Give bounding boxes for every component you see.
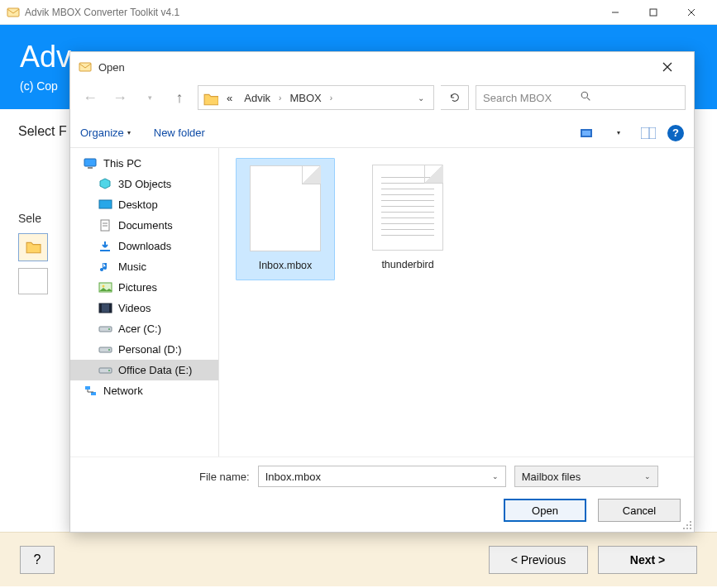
svg-rect-15	[100, 250, 110, 251]
svg-rect-10	[88, 167, 93, 169]
drive-icon	[98, 364, 113, 377]
chevron-right-icon: ›	[279, 93, 281, 103]
svg-point-30	[686, 524, 688, 526]
dialog-nav-toolbar: ← → ▾ ↑ « Advik › MBOX › ⌄ Search MBOX	[70, 82, 694, 118]
dialog-titlebar: Open	[70, 52, 694, 82]
svg-point-31	[690, 524, 691, 526]
dialog-title: Open	[98, 61, 649, 74]
svg-point-26	[108, 370, 110, 371]
close-button[interactable]	[672, 0, 710, 25]
view-dropdown[interactable]: ▾	[608, 124, 629, 142]
view-mode-button[interactable]	[578, 124, 600, 142]
svg-point-24	[108, 349, 110, 351]
svg-rect-19	[99, 304, 102, 313]
docs-icon	[98, 219, 113, 232]
nav-recent-dropdown[interactable]: ▾	[138, 86, 161, 109]
music-icon	[98, 261, 113, 274]
tree-item-3d-objects[interactable]: 3D Objects	[70, 174, 218, 194]
tree-item-videos[interactable]: Videos	[70, 298, 218, 318]
previous-button[interactable]: < Previous	[489, 546, 588, 574]
pc-icon	[84, 157, 98, 170]
videos-icon	[98, 302, 113, 315]
new-folder-button[interactable]: New folder	[154, 127, 205, 139]
dialog-icon	[79, 60, 92, 74]
help-button[interactable]: ?	[20, 546, 55, 574]
tree-item-office-data-e[interactable]: Office Data (E:)	[70, 360, 218, 380]
refresh-button[interactable]	[441, 85, 469, 110]
open-file-dialog: Open ← → ▾ ↑ « Advik › MBOX › ⌄ Search M…	[69, 51, 695, 533]
file-item-inbox-mbox[interactable]: Inbox.mbox	[236, 158, 335, 280]
drive-icon	[98, 323, 113, 336]
file-name: Inbox.mbox	[240, 260, 331, 271]
minimize-button[interactable]	[596, 0, 634, 25]
cancel-button[interactable]: Cancel	[598, 499, 681, 522]
dialog-content: This PC3D ObjectsDesktopDocumentsDownloa…	[70, 148, 694, 457]
tree-item-music[interactable]: Music	[70, 256, 218, 277]
svg-point-3	[581, 92, 587, 98]
open-button[interactable]: Open	[504, 499, 586, 522]
app-icon	[7, 6, 20, 19]
svg-point-17	[103, 284, 105, 287]
address-bar[interactable]: « Advik › MBOX › ⌄	[198, 85, 434, 110]
nav-back-button[interactable]: ←	[79, 86, 102, 109]
pictures-icon	[98, 281, 113, 294]
file-thumbnail	[250, 165, 321, 251]
svg-point-32	[683, 528, 685, 529]
svg-rect-6	[582, 131, 590, 136]
tree-item-documents[interactable]: Documents	[70, 215, 218, 236]
tree-item-downloads[interactable]: Downloads	[70, 236, 218, 256]
maximize-button[interactable]	[634, 0, 672, 25]
tree-item-desktop[interactable]: Desktop	[70, 194, 218, 215]
secondary-browse-button[interactable]	[18, 268, 48, 294]
svg-rect-11	[99, 200, 112, 208]
wizard-footer: ? < Previous Next >	[0, 532, 717, 586]
drive-icon	[98, 343, 113, 356]
file-item-thunderbird[interactable]: thunderbird	[358, 158, 457, 279]
resize-grip[interactable]	[681, 519, 692, 530]
app-title: Advik MBOX Converter Toolkit v4.1	[25, 7, 596, 18]
file-name: thunderbird	[361, 259, 454, 270]
tree-item-pictures[interactable]: Pictures	[70, 277, 218, 298]
folder-icon	[203, 92, 218, 104]
tree-item-this-pc[interactable]: This PC	[70, 153, 218, 174]
breadcrumb-mbox[interactable]: MBOX	[286, 92, 324, 104]
downloads-icon	[98, 240, 113, 253]
search-input[interactable]: Search MBOX	[476, 85, 686, 110]
next-button[interactable]: Next >	[598, 546, 697, 574]
breadcrumb-prefix: «	[223, 92, 236, 104]
file-list[interactable]: Inbox.mboxthunderbird	[219, 148, 694, 457]
nav-up-button[interactable]: ↑	[168, 86, 191, 109]
svg-rect-9	[84, 159, 96, 166]
dialog-command-bar: Organize New folder ▾ ?	[70, 118, 694, 148]
network-icon	[84, 385, 98, 398]
svg-rect-27	[85, 386, 90, 390]
svg-point-34	[690, 528, 691, 529]
3d-icon	[98, 178, 113, 191]
chevron-down-icon[interactable]: ⌄	[644, 472, 651, 480]
chevron-down-icon[interactable]: ⌄	[492, 472, 499, 480]
tree-item-network[interactable]: Network	[70, 380, 218, 401]
tree-item-acer-c[interactable]: Acer (C:)	[70, 318, 218, 339]
chevron-right-icon: ›	[330, 93, 332, 103]
svg-rect-20	[109, 304, 112, 313]
svg-rect-7	[641, 127, 656, 139]
nav-forward-button[interactable]: →	[108, 86, 131, 109]
svg-rect-28	[91, 392, 96, 395]
dialog-help-button[interactable]: ?	[667, 125, 684, 141]
preview-pane-button[interactable]	[638, 124, 659, 142]
dialog-close-button[interactable]	[649, 55, 686, 79]
svg-point-33	[686, 528, 688, 529]
breadcrumb-advik[interactable]: Advik	[241, 92, 274, 104]
browse-folder-button[interactable]	[18, 233, 48, 261]
tree-item-personal-d[interactable]: Personal (D:)	[70, 339, 218, 360]
filename-label: File name:	[199, 471, 250, 483]
svg-line-4	[587, 98, 590, 100]
svg-point-29	[690, 521, 691, 523]
svg-point-22	[108, 328, 110, 330]
organize-menu[interactable]: Organize	[80, 127, 131, 139]
filetype-select[interactable]: Mailbox files ⌄	[514, 466, 658, 487]
folder-tree[interactable]: This PC3D ObjectsDesktopDocumentsDownloa…	[70, 148, 219, 457]
address-dropdown-icon[interactable]: ⌄	[413, 93, 428, 103]
desktop-icon	[98, 198, 113, 212]
filename-input[interactable]: Inbox.mbox ⌄	[258, 466, 506, 487]
